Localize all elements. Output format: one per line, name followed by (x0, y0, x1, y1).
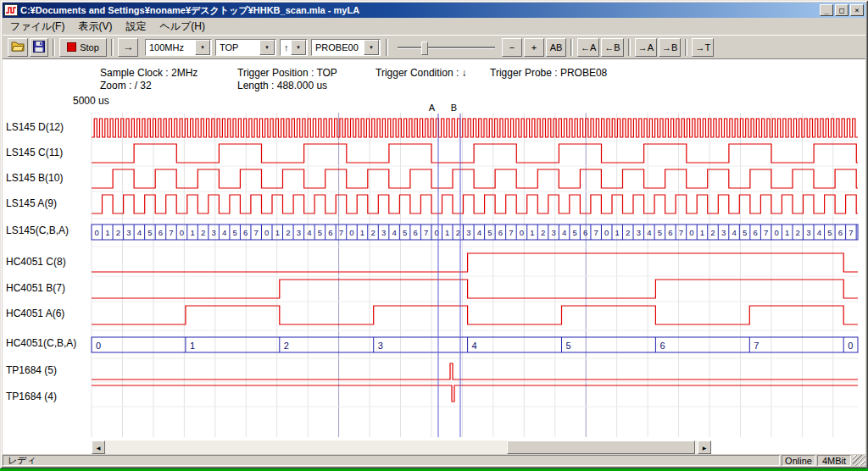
status-memory-badge: 4MBit (817, 455, 851, 466)
zoom-in-button[interactable]: + (524, 38, 544, 57)
close-button[interactable]: × (850, 4, 864, 16)
goto-cursor-a-right-button[interactable]: →A (635, 38, 657, 57)
sample-clock-info: Sample Clock : 2MHz (100, 67, 198, 79)
trigger-edge-select[interactable]: ↑ ▼ (280, 39, 308, 56)
zoom-out-button[interactable]: − (502, 38, 522, 57)
status-message: レディ (3, 455, 780, 466)
waveform-content-area (3, 59, 865, 455)
scroll-thumb[interactable] (507, 441, 695, 454)
titlebar[interactable]: C:¥Documents and Settings¥noname¥デスクトップ¥… (3, 3, 865, 18)
toolbar-separator (685, 39, 687, 56)
toolbar-separator (53, 39, 55, 56)
zoom-slider[interactable] (398, 39, 495, 56)
trigger-position-info: Trigger Position : TOP (237, 67, 337, 79)
chevron-down-icon[interactable]: ▼ (259, 40, 275, 55)
goto-trigger-button[interactable]: →T (692, 38, 714, 57)
maximize-button[interactable]: □ (835, 4, 849, 16)
stop-label: Stop (80, 42, 99, 53)
toolbar: Stop → 100MHz ▼ TOP ▼ ↑ ▼ PROBE00 ▼ − + (3, 35, 865, 59)
menubar: ファイル(F) 表示(V) 設定 ヘルプ(H) (3, 18, 865, 35)
channel-label: LS145(C,B,A) (6, 224, 69, 236)
channel-label: HC4051 B(7) (6, 282, 65, 294)
channel-label: LS145 C(11) (6, 147, 63, 158)
length-info: Length : 488.000 us (237, 80, 327, 91)
channel-label: HC4051 C(8) (6, 256, 66, 268)
scroll-left-button[interactable]: ◀ (92, 441, 105, 454)
menu-view[interactable]: 表示(V) (71, 18, 119, 36)
chevron-down-icon[interactable]: ▼ (364, 40, 379, 55)
trigger-probe-select[interactable]: PROBE00 ▼ (311, 39, 381, 56)
channel-label: LS145 A(9) (6, 197, 57, 209)
goto-cursor-a-left-button[interactable]: ←A (577, 38, 599, 57)
channel-label: HC4051 A(6) (6, 308, 64, 319)
channel-label: HC4051(C,B,A) (6, 337, 76, 349)
menu-file[interactable]: ファイル(F) (3, 18, 71, 36)
menu-settings[interactable]: 設定 (119, 18, 153, 36)
channel-label: TP1684 (4) (6, 391, 57, 402)
toolbar-separator (570, 39, 573, 56)
zoom-info: Zoom : / 32 (100, 80, 152, 91)
sample-clock-value: 100MHz (146, 42, 195, 53)
cursor-ab-button[interactable]: AB (546, 38, 566, 57)
trigger-probe-info: Trigger Probe : PROBE08 (490, 67, 607, 79)
open-file-button[interactable] (8, 38, 28, 57)
horizontal-scrollbar[interactable]: ◀ ▶ (92, 441, 711, 454)
time-scale-label: 5000 us (73, 95, 109, 107)
channel-label: LS145 D(12) (6, 121, 64, 133)
app-icon (4, 4, 18, 16)
channel-label: TP1684 (5) (6, 364, 57, 376)
save-button[interactable] (30, 38, 48, 57)
run-arrow-icon: → (123, 41, 134, 53)
slider-thumb[interactable] (421, 42, 428, 55)
statusbar: レディ Online 4MBit (3, 454, 865, 467)
toolbar-separator (111, 39, 114, 56)
app-window: C:¥Documents and Settings¥noname¥デスクトップ¥… (0, 0, 868, 468)
window-title: C:¥Documents and Settings¥noname¥デスクトップ¥… (20, 4, 818, 17)
trigger-position-value: TOP (216, 42, 259, 53)
floppy-disk-icon (33, 41, 45, 54)
sample-clock-select[interactable]: 100MHz ▼ (145, 39, 212, 56)
menu-help[interactable]: ヘルプ(H) (153, 18, 212, 36)
trigger-probe-value: PROBE00 (312, 42, 364, 53)
goto-cursor-b-right-button[interactable]: →B (659, 38, 681, 57)
slider-track (398, 47, 495, 48)
chevron-down-icon[interactable]: ▼ (291, 40, 306, 55)
trigger-edge-value: ↑ (281, 42, 291, 53)
scroll-track[interactable] (105, 441, 698, 454)
trigger-position-select[interactable]: TOP ▼ (215, 39, 276, 56)
run-button[interactable]: → (118, 38, 138, 57)
status-ready-text: レディ (8, 454, 36, 467)
goto-cursor-b-left-button[interactable]: ←B (601, 38, 623, 57)
folder-open-icon (11, 41, 25, 53)
toolbar-separator (628, 39, 631, 56)
trigger-condition-info: Trigger Condition : ↓ (376, 67, 467, 79)
resize-grip[interactable] (853, 455, 865, 466)
status-online-badge: Online (782, 455, 815, 466)
stop-button[interactable]: Stop (59, 38, 107, 57)
toolbar-separator (386, 39, 388, 56)
chevron-down-icon[interactable]: ▼ (195, 40, 210, 55)
stop-icon (67, 42, 76, 52)
scroll-right-button[interactable]: ▶ (698, 441, 711, 454)
minimize-button[interactable]: _ (820, 4, 833, 16)
channel-label: LS145 B(10) (6, 172, 63, 184)
